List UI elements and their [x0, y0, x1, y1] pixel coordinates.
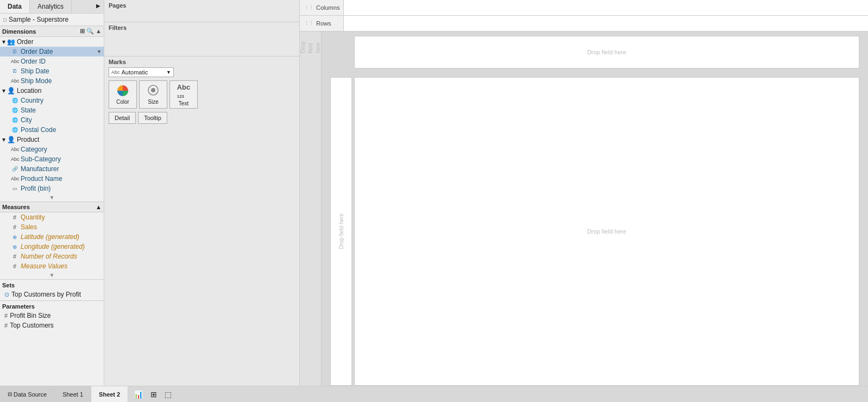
field-order-id[interactable]: Abc Order ID: [0, 56, 104, 66]
viz-center-drop-zone[interactable]: Drop field here: [354, 77, 859, 386]
group-product-collapse-icon: ▾: [2, 136, 5, 143]
columns-shelf-label: ⋮⋮ Columns: [300, 2, 343, 13]
viz-left-drop[interactable]: Dropfieldhere: [299, 41, 322, 53]
viz-center-drop-text: Drop field here: [587, 228, 626, 235]
measures-field-list: # Quantity # Sales ⊕ Latitude (generated…: [0, 212, 104, 271]
group-location-header[interactable]: ▾ 👤 Location: [0, 86, 104, 96]
marks-area: Marks Abc Automatic ▼: [104, 56, 299, 386]
field-longitude[interactable]: ⊕ Longitude (generated): [0, 242, 104, 252]
measures-collapse-icon[interactable]: ▲: [96, 204, 102, 210]
viz-top-drop-zone[interactable]: Drop field here: [354, 36, 859, 68]
field-postal-code[interactable]: 🌐 Postal Code: [0, 125, 104, 135]
marks-text-button[interactable]: Abc123 Text: [169, 80, 198, 109]
field-num-records-label: Number of Records: [21, 253, 77, 260]
marks-size-button[interactable]: Size: [139, 80, 167, 109]
tab-sheet1[interactable]: Sheet 1: [55, 386, 91, 402]
field-order-date[interactable]: 🗓 Order Date ▼: [0, 47, 104, 56]
filters-label: Filters: [109, 24, 295, 31]
measures-header: Measures ▲: [0, 202, 104, 212]
rows-label: Rows: [316, 20, 331, 27]
field-measure-values[interactable]: # Measure Values: [0, 261, 104, 271]
sets-item-top-customers[interactable]: ⊙ Top Customers by Profit: [2, 290, 102, 299]
dim-scroll-down-icon[interactable]: ▼: [0, 193, 104, 202]
abc-icon-product-name: Abc: [11, 176, 18, 181]
marks-type-select[interactable]: Abc Automatic ▼: [109, 67, 174, 77]
marks-detail-button[interactable]: Detail: [109, 112, 136, 124]
field-sales[interactable]: # Sales: [0, 222, 104, 232]
measures-scroll-down-icon[interactable]: ▼: [0, 271, 104, 279]
group-product-header[interactable]: ▾ 👤 Product: [0, 135, 104, 145]
field-sub-category-label: Sub-Category: [21, 155, 61, 163]
tab-sheet2[interactable]: Sheet 2: [91, 386, 128, 402]
rows-shelf-content[interactable]: [343, 16, 868, 31]
filters-content[interactable]: [109, 32, 295, 54]
panel-arrow-icon[interactable]: ▶: [93, 0, 104, 13]
group-order-label: Order: [17, 38, 34, 46]
param-hash-icon-2: #: [4, 322, 8, 329]
marks-tooltip-button[interactable]: Tooltip: [138, 112, 167, 124]
field-sales-label: Sales: [21, 223, 37, 231]
viz-left-label-drop[interactable]: Drop field here: [330, 77, 352, 386]
viz-left-label-drop-text: Drop field here: [338, 213, 344, 249]
data-source-icon-bottom: ⊟: [8, 391, 12, 397]
param-top-customers[interactable]: # Top Customers: [2, 321, 102, 330]
pages-content[interactable]: [109, 10, 295, 20]
columns-shelf-content[interactable]: [343, 0, 868, 15]
param-profit-bin-size[interactable]: # Profit Bin Size: [2, 311, 102, 321]
sets-item-label: Top Customers by Profit: [11, 291, 81, 298]
field-manufacturer[interactable]: 🔗 Manufacturer: [0, 164, 104, 174]
viz-left-strip: Dropfieldhere: [300, 32, 322, 386]
marks-color-button[interactable]: Color: [109, 80, 137, 109]
pages-label: Pages: [109, 2, 295, 9]
marks-text-label: Text: [179, 100, 188, 106]
left-panel: Data Analytics ▶ □ Sample - Superstore D…: [0, 0, 104, 386]
new-sheet-icon[interactable]: 📊: [130, 390, 146, 399]
dimensions-search-icon[interactable]: 🔍: [86, 28, 94, 35]
columns-drag-icon: ⋮⋮: [304, 5, 314, 10]
new-dashboard-icon[interactable]: ⊞: [147, 390, 160, 399]
group-order-header[interactable]: ▾ 👥 Order: [0, 37, 104, 47]
viz-main: Drop field here Drop field here Drop fie…: [322, 32, 868, 386]
globe-icon-country: 🌐: [11, 98, 18, 103]
field-product-name[interactable]: Abc Product Name: [0, 174, 104, 184]
group-product-person-icon: 👤: [7, 136, 15, 143]
marks-tooltip-label: Tooltip: [144, 115, 161, 121]
tab-data-source[interactable]: ⊟ Data Source: [0, 386, 55, 402]
dimensions-label: Dimensions: [2, 28, 36, 35]
field-quantity[interactable]: # Quantity: [0, 212, 104, 222]
field-city[interactable]: 🌐 City: [0, 115, 104, 125]
group-location-label: Location: [17, 87, 41, 95]
dimensions-grid-icon[interactable]: ⊞: [80, 28, 85, 35]
hash-icon-sales: #: [11, 224, 18, 230]
marks-label: Marks: [109, 59, 295, 65]
rows-shelf-row: ⋮⋮ Rows: [300, 16, 868, 32]
field-category[interactable]: Abc Category: [0, 145, 104, 154]
field-sub-category[interactable]: Abc Sub-Category: [0, 154, 104, 164]
field-order-id-label: Order ID: [21, 58, 46, 65]
calendar-icon: 🗓: [11, 49, 18, 54]
field-profit-bin[interactable]: ▭ Profit (bin): [0, 184, 104, 193]
link-icon-manufacturer: 🔗: [11, 166, 18, 172]
field-country[interactable]: 🌐 Country: [0, 96, 104, 105]
group-product: ▾ 👤 Product Abc Category Abc Sub-Categor…: [0, 135, 104, 193]
viz-left-drop-text: Dropfieldhere: [299, 41, 322, 53]
field-latitude[interactable]: ⊕ Latitude (generated): [0, 232, 104, 242]
data-source-name[interactable]: Sample - Superstore: [9, 16, 68, 23]
tab-data[interactable]: Data: [0, 0, 30, 13]
new-story-icon[interactable]: ⬚: [161, 390, 175, 399]
dimensions-collapse-icon[interactable]: ▲: [96, 28, 102, 35]
group-order: ▾ 👥 Order 🗓 Order Date ▼ Abc Order ID: [0, 37, 104, 86]
size-icon: [147, 84, 159, 98]
tab-analytics[interactable]: Analytics: [30, 0, 72, 13]
field-order-date-label: Order Date: [21, 48, 53, 55]
field-state[interactable]: 🌐 State: [0, 105, 104, 115]
marks-dropdown-arrow-icon: ▼: [166, 70, 171, 75]
tab-sheet1-label: Sheet 1: [62, 391, 83, 398]
field-ship-date[interactable]: 🗓 Ship Date: [0, 66, 104, 76]
field-num-records[interactable]: # Number of Records: [0, 252, 104, 261]
field-dropdown-icon[interactable]: ▼: [97, 49, 102, 54]
field-latitude-label: Latitude (generated): [21, 233, 79, 241]
field-ship-mode[interactable]: Abc Ship Mode: [0, 76, 104, 86]
filters-shelf: Filters: [104, 22, 299, 56]
data-source-row: □ Sample - Superstore: [0, 14, 104, 26]
